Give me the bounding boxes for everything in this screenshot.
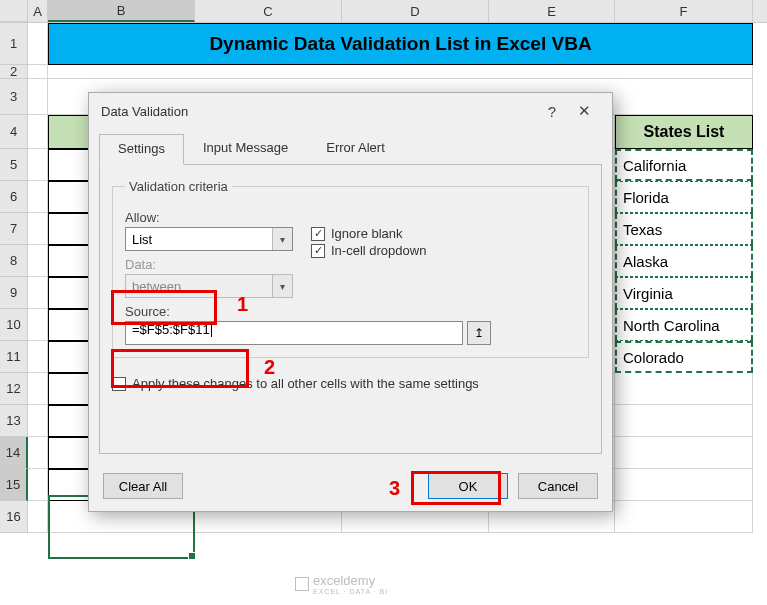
col-header-c[interactable]: C [195,0,342,22]
row-header-6[interactable]: 6 [0,181,28,213]
dialog-tabs: Settings Input Message Error Alert [89,129,612,164]
cell[interactable] [28,437,48,469]
state-cell[interactable]: Alaska [615,245,753,277]
row-header-8[interactable]: 8 [0,245,28,277]
row-header-4[interactable]: 4 [0,115,28,149]
data-validation-dialog: Data Validation ? ✕ Settings Input Messa… [88,92,613,512]
apply-all-checkbox[interactable]: ✓Apply these changes to all other cells … [112,376,589,391]
state-cell[interactable]: North Carolina [615,309,753,341]
state-cell[interactable]: Florida [615,181,753,213]
source-value: =$F$5:$F$11 [132,322,210,337]
col-header-e[interactable]: E [489,0,615,22]
watermark-tag: EXCEL · DATA · BI [313,588,388,595]
tab-input-message[interactable]: Input Message [184,133,307,164]
row-header-14[interactable]: 14 [0,437,28,469]
incell-label: In-cell dropdown [331,243,426,258]
chevron-down-icon: ▾ [272,228,292,250]
settings-panel: Validation criteria Allow: List ▾ Data: … [99,164,602,454]
data-label: Data: [125,257,293,272]
allow-label: Allow: [125,210,293,225]
cell[interactable] [28,23,48,65]
title-banner[interactable]: Dynamic Data Validation List in Excel VB… [48,23,753,65]
col-header-d[interactable]: D [342,0,489,22]
cell[interactable] [28,115,48,149]
cell[interactable] [28,341,48,373]
cell[interactable] [28,245,48,277]
clear-all-button[interactable]: Clear All [103,473,183,499]
cell[interactable] [28,501,48,533]
state-cell[interactable]: Texas [615,213,753,245]
watermark-name: exceldemy [313,573,388,588]
col-header-a[interactable]: A [28,0,48,22]
row-header-2[interactable]: 2 [0,65,28,79]
row-header-11[interactable]: 11 [0,341,28,373]
data-dropdown: between ▾ [125,274,293,298]
tab-settings[interactable]: Settings [99,134,184,165]
cell[interactable] [28,469,48,501]
cell[interactable] [28,277,48,309]
col-header-b[interactable]: B [48,0,195,22]
apply-all-label: Apply these changes to all other cells w… [132,376,479,391]
row-header-1[interactable]: 1 [0,23,28,65]
header-states-list[interactable]: States List [615,115,753,149]
dialog-titlebar[interactable]: Data Validation ? ✕ [89,93,612,129]
text-cursor [211,322,216,337]
cell[interactable] [615,501,753,533]
row-header-16[interactable]: 16 [0,501,28,533]
dialog-title: Data Validation [101,104,188,119]
column-headers: A B C D E F [0,0,767,23]
chevron-down-icon: ▾ [272,275,292,297]
validation-criteria-group: Validation criteria Allow: List ▾ Data: … [112,179,589,358]
range-picker-icon: ↥ [474,326,484,340]
row-header-9[interactable]: 9 [0,277,28,309]
cell[interactable] [28,65,48,79]
watermark: exceldemy EXCEL · DATA · BI [295,573,388,595]
row-header-3[interactable]: 3 [0,79,28,115]
criteria-legend: Validation criteria [125,179,232,194]
close-button[interactable]: ✕ [568,97,600,125]
cell[interactable] [28,213,48,245]
state-cell[interactable]: Colorado [615,341,753,373]
cell[interactable] [615,437,753,469]
cell[interactable] [28,309,48,341]
source-label: Source: [125,304,576,319]
cancel-button[interactable]: Cancel [518,473,598,499]
tab-error-alert[interactable]: Error Alert [307,133,404,164]
row-header-10[interactable]: 10 [0,309,28,341]
cell[interactable] [28,79,48,115]
ignore-blank-label: Ignore blank [331,226,403,241]
cell[interactable] [615,469,753,501]
cell[interactable] [28,405,48,437]
data-value: between [132,279,181,294]
row-header-12[interactable]: 12 [0,373,28,405]
state-cell[interactable]: California [615,149,753,181]
incell-dropdown-checkbox[interactable]: ✓In-cell dropdown [311,243,426,258]
dialog-buttons: Clear All OK Cancel [103,473,598,499]
cell[interactable] [615,405,753,437]
cell[interactable] [615,373,753,405]
cell[interactable] [28,373,48,405]
row-header-15[interactable]: 15 [0,469,28,501]
cell[interactable] [48,65,753,79]
ok-button[interactable]: OK [428,473,508,499]
col-header-f[interactable]: F [615,0,753,22]
cell[interactable] [28,149,48,181]
row-header-5[interactable]: 5 [0,149,28,181]
range-picker-button[interactable]: ↥ [467,321,491,345]
ignore-blank-checkbox[interactable]: ✓Ignore blank [311,226,426,241]
source-input[interactable]: =$F$5:$F$11 [125,321,463,345]
watermark-icon [295,577,309,591]
row-header-13[interactable]: 13 [0,405,28,437]
help-button[interactable]: ? [536,97,568,125]
allow-dropdown[interactable]: List ▾ [125,227,293,251]
allow-value: List [132,232,152,247]
row-header-7[interactable]: 7 [0,213,28,245]
select-all-corner[interactable] [0,0,28,22]
state-cell[interactable]: Virginia [615,277,753,309]
cell[interactable] [28,181,48,213]
